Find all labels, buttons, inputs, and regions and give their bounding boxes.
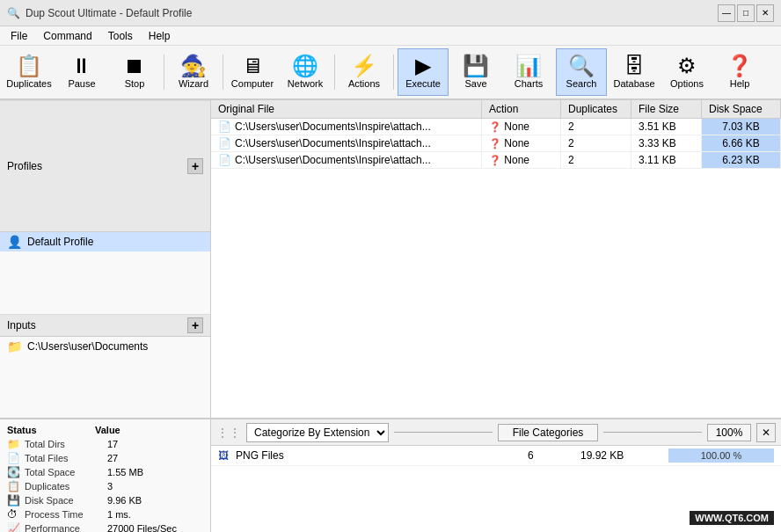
- status-row-icon: 📁: [7, 438, 21, 450]
- toolbar-separator: [334, 55, 335, 90]
- table-row[interactable]: 📄 C:\Users\user\Documents\Inspire\attach…: [211, 135, 781, 152]
- toolbar-separator: [223, 55, 223, 90]
- toolbar-charts-button[interactable]: 📊Charts: [503, 48, 554, 96]
- status-row: 💾 Disk Space 9.96 KB: [0, 493, 210, 507]
- table-row[interactable]: 📄 C:\Users\user\Documents\Inspire\attach…: [211, 119, 781, 135]
- file-doc-icon: 📄: [218, 137, 231, 149]
- toolbar-search-label: Search: [566, 78, 597, 89]
- app-title: Dup Scout Ultimate - Default Profile: [26, 7, 192, 19]
- help-icon: ❓: [726, 55, 753, 77]
- toolbar-save-label: Save: [464, 78, 486, 89]
- toolbar-actions-button[interactable]: ⚡Actions: [339, 48, 390, 96]
- td-file-size: 3.51 KB: [631, 119, 702, 135]
- close-button[interactable]: ✕: [756, 4, 774, 22]
- sidebar: Profiles + 👤Default Profile Inputs + 📁C:…: [0, 100, 211, 418]
- status-header: Status Value: [0, 423, 210, 437]
- td-file: 📄 C:\Users\user\Documents\Inspire\attach…: [211, 135, 482, 151]
- table-row[interactable]: 📄 C:\Users\user\Documents\Inspire\attach…: [211, 152, 781, 169]
- toolbar-database-button[interactable]: 🗄Database: [609, 48, 660, 96]
- toolbar-execute-button[interactable]: ▶Execute: [398, 48, 449, 96]
- table-header: Original File Action Duplicates File Siz…: [211, 100, 781, 119]
- toolbar-options-label: Options: [670, 78, 704, 89]
- cat-separator-left: [394, 432, 493, 433]
- input-item[interactable]: 📁C:\Users\user\Documents: [0, 337, 210, 356]
- status-row-label: Process Time: [25, 509, 104, 520]
- profiles-label: Profiles: [7, 160, 42, 172]
- stop-icon: ⏹: [124, 55, 145, 77]
- status-row-value: 27000 Files/Sec: [107, 523, 203, 532]
- status-row-icon: 📄: [7, 452, 21, 464]
- toolbar: 📋Duplicates⏸Pause⏹Stop🧙Wizard🖥Computer🌐N…: [0, 46, 781, 100]
- td-file: 📄 C:\Users\user\Documents\Inspire\attach…: [211, 152, 482, 168]
- toolbar-separator: [393, 55, 394, 90]
- file-table: Original File Action Duplicates File Siz…: [211, 100, 781, 418]
- status-row-icon: 📈: [7, 522, 21, 532]
- cat-row-count: 6: [528, 449, 580, 462]
- status-row: 📈 Performance 27000 Files/Sec: [0, 521, 210, 532]
- input-path: C:\Users\user\Documents: [27, 340, 148, 353]
- toolbar-network-button[interactable]: 🌐Network: [280, 48, 331, 96]
- status-row: 📋 Duplicates 3: [0, 479, 210, 493]
- folder-icon: 📁: [7, 339, 22, 353]
- td-file-size: 3.11 KB: [631, 152, 702, 168]
- toolbar-search-button[interactable]: 🔍Search: [556, 48, 607, 96]
- td-duplicates: 2: [561, 135, 631, 151]
- minimize-button[interactable]: —: [718, 4, 735, 22]
- profile-item[interactable]: 👤Default Profile: [0, 232, 210, 251]
- categorize-dropdown[interactable]: Categorize By Extension: [246, 423, 389, 442]
- toolbar-duplicates-label: Duplicates: [6, 78, 51, 89]
- menu-bar: FileCommandToolsHelp: [0, 26, 781, 46]
- toolbar-stop-button[interactable]: ⏹Stop: [109, 48, 160, 96]
- status-row-value: 27: [107, 453, 203, 463]
- toolbar-help-button[interactable]: ❓Help: [714, 48, 765, 96]
- watermark: WWW.QT6.COM: [690, 511, 774, 525]
- cat-separator-right: [603, 432, 702, 433]
- header-file-size: File Size: [631, 100, 702, 118]
- cat-row-name: PNG Files: [236, 449, 528, 462]
- title-bar: 🔍 Dup Scout Ultimate - Default Profile —…: [0, 0, 781, 26]
- toolbar-save-button[interactable]: 💾Save: [450, 48, 501, 96]
- main-content: Profiles + 👤Default Profile Inputs + 📁C:…: [0, 100, 781, 418]
- status-row-label: Disk Space: [25, 495, 104, 506]
- cat-grip-icon: ⋮⋮: [216, 426, 241, 440]
- status-row-value: 17: [107, 439, 203, 449]
- toolbar-wizard-button[interactable]: 🧙Wizard: [168, 48, 219, 96]
- toolbar-pause-button[interactable]: ⏸Pause: [56, 48, 107, 96]
- network-icon: 🌐: [292, 55, 318, 77]
- actions-icon: ⚡: [351, 55, 377, 77]
- toolbar-options-button[interactable]: ⚙Options: [661, 48, 712, 96]
- file-doc-icon: 📄: [218, 120, 231, 133]
- cat-close-button[interactable]: ✕: [756, 423, 776, 442]
- action-icon: ❓: [489, 138, 501, 149]
- cat-row-icon: 🖼: [218, 449, 236, 462]
- menu-item-file[interactable]: File: [4, 28, 34, 44]
- td-action: ❓ None: [482, 135, 561, 151]
- maximize-button[interactable]: □: [737, 4, 755, 22]
- profile-icon: 👤: [7, 235, 22, 249]
- execute-icon: ▶: [415, 55, 431, 77]
- status-row-value: 1 ms.: [107, 509, 203, 520]
- pause-icon: ⏸: [71, 55, 92, 77]
- category-row[interactable]: 🖼 PNG Files 6 19.92 KB 100.00 %: [211, 446, 781, 466]
- toolbar-database-label: Database: [613, 78, 654, 89]
- menu-item-help[interactable]: Help: [142, 28, 178, 44]
- status-row-label: Total Files: [25, 453, 104, 463]
- right-panel: Original File Action Duplicates File Siz…: [211, 100, 781, 418]
- add-profile-button[interactable]: +: [187, 158, 203, 174]
- add-input-button[interactable]: +: [187, 317, 203, 333]
- inputs-label: Inputs: [7, 319, 36, 332]
- status-row-value: 9.96 KB: [107, 495, 203, 506]
- toolbar-computer-button[interactable]: 🖥Computer: [227, 48, 278, 96]
- header-duplicates: Duplicates: [561, 100, 631, 118]
- td-disk-space: 6.66 KB: [702, 135, 781, 151]
- file-categories-button[interactable]: File Categories: [498, 424, 599, 441]
- menu-item-tools[interactable]: Tools: [101, 28, 140, 44]
- td-action: ❓ None: [482, 152, 561, 168]
- cat-bar-fill: 100.00 %: [668, 448, 774, 463]
- inputs-header: Inputs +: [0, 314, 210, 337]
- cat-row-bar: 100.00 %: [668, 448, 774, 463]
- toolbar-duplicates-button[interactable]: 📋Duplicates: [4, 48, 55, 96]
- status-row-icon: 📋: [7, 480, 21, 492]
- profiles-list: 👤Default Profile: [0, 232, 210, 251]
- menu-item-command[interactable]: Command: [36, 28, 99, 44]
